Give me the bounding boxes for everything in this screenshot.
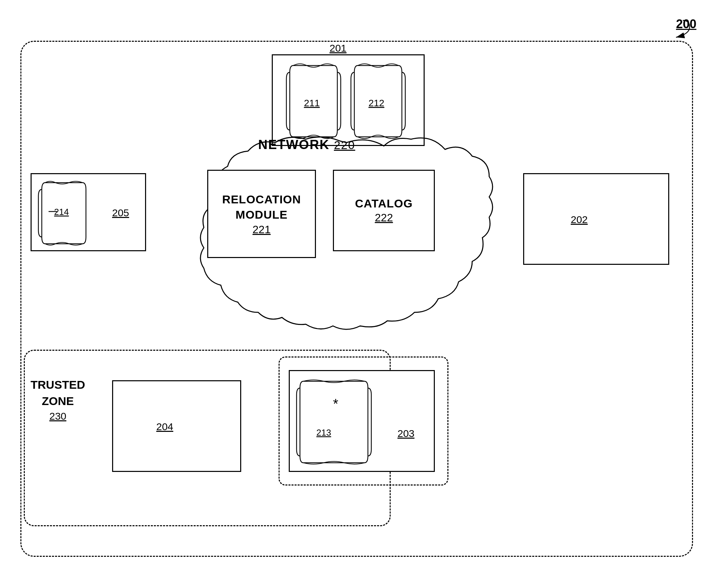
trusted-zone-line1: TRUSTED (31, 377, 85, 393)
trusted-zone-label: TRUSTED ZONE 230 (31, 377, 85, 423)
trusted-zone-line2: ZONE (31, 393, 85, 409)
svg-text:*: * (333, 396, 338, 411)
node-203: * 213 (289, 370, 435, 472)
svg-text:214: 214 (54, 207, 69, 217)
svg-text:213: 213 (316, 427, 331, 438)
ref-200-label: 200 (676, 17, 696, 31)
catalog-box: CATALOG 222 (333, 170, 435, 251)
node-204 (112, 380, 241, 472)
node-204-label: 204 (156, 421, 173, 433)
network-text: NETWORK (258, 138, 330, 152)
node-201-scrolls-icon: 211 212 (273, 55, 422, 144)
diagram-container: 200 211 212 (14, 14, 713, 557)
node-205-label: 205 (112, 207, 129, 219)
network-number: 220 (334, 139, 355, 151)
relocation-module-number: 221 (252, 223, 270, 236)
catalog-number: 222 (375, 212, 393, 224)
relocation-module-text: RELOCATION MODULE (222, 192, 301, 222)
node-203-scroll-icon: * 213 (290, 371, 432, 470)
svg-text:212: 212 (369, 98, 385, 108)
relocation-module-box: RELOCATION MODULE 221 (207, 170, 316, 258)
node-201-label: 201 (330, 42, 347, 54)
node-202 (523, 173, 669, 265)
trusted-zone-number: 230 (31, 409, 85, 423)
node-202-label: 202 (571, 214, 588, 225)
network-label: NETWORK 220 (258, 138, 355, 152)
node-203-label: 203 (397, 428, 414, 439)
catalog-text: CATALOG (355, 197, 413, 210)
svg-text:211: 211 (304, 98, 320, 108)
